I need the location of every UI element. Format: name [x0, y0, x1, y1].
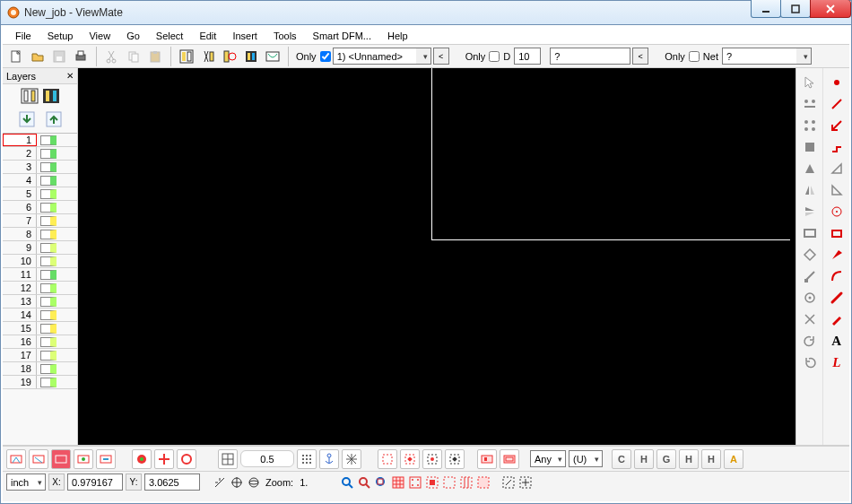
- menu-help[interactable]: Help: [380, 29, 415, 43]
- letter-h2-button[interactable]: H: [679, 449, 699, 469]
- align-dots-icon[interactable]: [799, 117, 821, 135]
- menu-smartdfm[interactable]: Smart DFM...: [306, 29, 378, 43]
- box-edit-icon[interactable]: [501, 475, 516, 490]
- layer-row[interactable]: 10: [3, 255, 77, 268]
- tool-c-icon[interactable]: [220, 47, 239, 66]
- tool-a-icon[interactable]: [177, 47, 196, 66]
- arc-icon[interactable]: [826, 267, 848, 285]
- flag-icon[interactable]: [826, 246, 848, 264]
- flip-h-icon[interactable]: [799, 181, 821, 199]
- new-icon[interactable]: [6, 47, 26, 66]
- zoom-fit-icon[interactable]: [374, 475, 388, 490]
- layer-down-icon[interactable]: [19, 111, 35, 127]
- select-arrow-icon[interactable]: [799, 74, 821, 91]
- d-field[interactable]: 10: [514, 48, 541, 65]
- letter-h-button[interactable]: H: [634, 449, 654, 469]
- q-field-1[interactable]: ?: [550, 48, 630, 65]
- pencil-icon[interactable]: [826, 310, 848, 328]
- paste-icon[interactable]: [145, 47, 165, 66]
- b1-icon-6[interactable]: [132, 449, 152, 469]
- point-red-icon[interactable]: [826, 74, 848, 91]
- any-dropdown[interactable]: Any: [530, 450, 566, 467]
- expand-icon[interactable]: [342, 449, 361, 469]
- stepline-icon[interactable]: [826, 138, 848, 156]
- grid-r5-icon[interactable]: [459, 475, 474, 490]
- grid-r2-icon[interactable]: [408, 475, 422, 490]
- flip-v-icon[interactable]: [799, 203, 821, 221]
- erase-icon[interactable]: [826, 289, 848, 307]
- tool-d-icon[interactable]: [241, 47, 261, 66]
- layer-row[interactable]: 4: [3, 174, 77, 187]
- letter-a-button[interactable]: A: [724, 449, 743, 469]
- x-field[interactable]: 0.979167: [67, 474, 123, 491]
- grid-icon[interactable]: [218, 449, 238, 469]
- layer-row[interactable]: 3: [3, 161, 77, 174]
- chip-icon-1[interactable]: [477, 449, 497, 469]
- menu-setup[interactable]: Setup: [40, 29, 81, 43]
- letter-h3-button[interactable]: H: [701, 449, 721, 469]
- b1-icon-5[interactable]: [96, 449, 116, 469]
- triangle-outline-icon[interactable]: [826, 160, 848, 178]
- box-move-icon[interactable]: [518, 475, 533, 490]
- undo-icon[interactable]: [799, 332, 821, 350]
- save-icon[interactable]: [49, 47, 69, 66]
- grid-r1-icon[interactable]: [391, 475, 405, 490]
- globe-icon[interactable]: [247, 475, 261, 490]
- b1-icon-8[interactable]: [177, 449, 196, 469]
- canvas-viewport[interactable]: [78, 68, 795, 445]
- layer-row[interactable]: 2: [3, 147, 77, 161]
- b1-icon-1[interactable]: [6, 449, 26, 469]
- minimize-button[interactable]: [751, 0, 781, 18]
- frame-icon[interactable]: [799, 224, 821, 242]
- only-checkbox-2[interactable]: [489, 51, 500, 62]
- layers-close-icon[interactable]: ✕: [66, 71, 74, 81]
- tool-e-icon[interactable]: [263, 47, 283, 66]
- chip-icon-2[interactable]: [500, 449, 519, 469]
- layer-row[interactable]: 8: [3, 228, 77, 241]
- dots-icon[interactable]: [297, 449, 317, 469]
- layer-row[interactable]: 15: [3, 322, 77, 335]
- rect-red-icon[interactable]: [826, 224, 848, 242]
- layer-row[interactable]: 16: [3, 335, 77, 349]
- grid-r3-icon[interactable]: [425, 475, 439, 490]
- ruler-icon[interactable]: [213, 475, 227, 490]
- square-icon[interactable]: [799, 138, 821, 156]
- angle-icon[interactable]: [826, 181, 848, 199]
- diamond-icon[interactable]: [799, 246, 821, 264]
- menu-view[interactable]: View: [82, 29, 117, 43]
- layer-row[interactable]: 1: [3, 134, 77, 147]
- layer-row[interactable]: 12: [3, 282, 77, 295]
- only-checkbox-1[interactable]: [320, 51, 331, 62]
- layer-up-icon[interactable]: [46, 111, 62, 127]
- grid-r4-icon[interactable]: [442, 475, 456, 490]
- y-field[interactable]: 3.0625: [144, 474, 200, 491]
- layer-prev-button[interactable]: <: [433, 48, 449, 65]
- zoom-in-icon[interactable]: [340, 475, 354, 490]
- redo-icon[interactable]: [799, 353, 821, 371]
- sel-icon-3[interactable]: [422, 449, 442, 469]
- b1-icon-2[interactable]: [29, 449, 48, 469]
- triangle-icon[interactable]: [799, 160, 821, 178]
- b1-icon-3[interactable]: [51, 449, 71, 469]
- layer-row[interactable]: 17: [3, 349, 77, 362]
- layer-row[interactable]: 19: [3, 376, 77, 389]
- net-dropdown[interactable]: ?: [722, 48, 812, 65]
- text-italic-icon[interactable]: L: [826, 353, 848, 371]
- layer-row[interactable]: 14: [3, 308, 77, 322]
- menu-tools[interactable]: Tools: [266, 29, 304, 43]
- layer-row[interactable]: 6: [3, 201, 77, 214]
- layers-tool-1-icon[interactable]: [21, 88, 39, 104]
- layer-row[interactable]: 9: [3, 241, 77, 255]
- layer-row[interactable]: 13: [3, 295, 77, 308]
- sel-icon-4[interactable]: [445, 449, 465, 469]
- move-dots-icon[interactable]: [799, 95, 821, 113]
- copy-icon[interactable]: [124, 47, 143, 66]
- grid-value[interactable]: 0.5: [240, 450, 294, 467]
- letter-g-button[interactable]: G: [656, 449, 676, 469]
- menu-insert[interactable]: Insert: [225, 29, 265, 43]
- open-icon[interactable]: [28, 47, 48, 66]
- b1-icon-7[interactable]: [154, 449, 174, 469]
- layer-dropdown[interactable]: 1) <Unnamed>: [333, 48, 431, 65]
- text-a-icon[interactable]: A: [826, 332, 848, 350]
- only-checkbox-3[interactable]: [689, 51, 700, 62]
